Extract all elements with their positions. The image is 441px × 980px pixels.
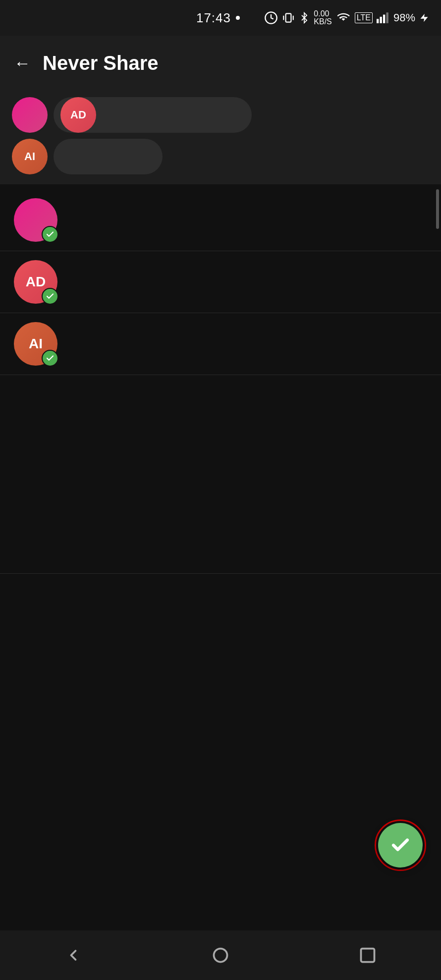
data-icon: 0.00KB/S	[314, 10, 331, 26]
check-badge-ai	[42, 350, 58, 367]
bottom-nav	[0, 930, 441, 980]
lte-icon: LTE	[355, 12, 373, 23]
svg-rect-10	[361, 949, 374, 962]
check-badge-pink	[42, 226, 58, 243]
svg-rect-6	[383, 15, 385, 23]
confirm-fab-button[interactable]	[378, 823, 423, 868]
chip-ai-avatar[interactable]: AI	[12, 139, 48, 174]
chip-bar-pink[interactable]: AD	[54, 97, 252, 133]
svg-rect-7	[386, 12, 388, 23]
chip-ad-inner: AD	[60, 97, 96, 133]
svg-rect-1	[286, 13, 291, 22]
svg-marker-8	[421, 14, 428, 22]
status-time: 17:43	[196, 10, 231, 26]
avatar-container-ai: AI	[14, 322, 57, 366]
battery-level: 98%	[393, 11, 415, 24]
signal-icon	[377, 11, 389, 25]
back-nav-icon	[64, 946, 82, 964]
status-dot	[236, 16, 240, 20]
chip-bar-ai[interactable]	[54, 139, 163, 174]
status-bar: 17:43 0.00KB/S LTE	[0, 0, 441, 36]
main-content: AD AI	[0, 90, 441, 930]
search-area: AD AI	[0, 90, 441, 184]
contact-list: AD AI	[0, 184, 441, 589]
charging-icon	[419, 11, 429, 25]
clock-icon	[264, 11, 278, 25]
vibrate-icon	[282, 11, 295, 24]
contact-item-ai[interactable]: AI	[0, 313, 441, 375]
chip-row-1: AD	[12, 97, 429, 133]
svg-rect-5	[380, 17, 382, 23]
back-button[interactable]: ←	[14, 54, 31, 73]
avatar-container-pink	[14, 198, 57, 242]
avatar-container-ad: AD	[14, 260, 57, 304]
app-bar: ← Never Share	[0, 36, 441, 90]
wifi-icon	[336, 11, 351, 25]
page-title: Never Share	[43, 52, 158, 74]
check-badge-ad	[42, 288, 58, 305]
chip-row-2: AI	[12, 139, 429, 174]
status-icons: 0.00KB/S LTE 98%	[264, 10, 429, 26]
nav-home-button[interactable]	[207, 941, 234, 969]
svg-point-9	[214, 949, 227, 962]
fab-container	[375, 819, 426, 871]
recents-nav-icon	[359, 946, 377, 964]
bluetooth-icon	[299, 11, 310, 25]
nav-recents-button[interactable]	[354, 941, 382, 969]
contact-item-pink[interactable]	[0, 189, 441, 251]
svg-rect-4	[377, 19, 379, 23]
fab-border	[375, 819, 426, 871]
nav-back-button[interactable]	[59, 941, 87, 969]
section-separator	[0, 573, 441, 574]
chip-pink-avatar[interactable]	[12, 97, 48, 133]
check-icon	[390, 835, 411, 856]
home-nav-icon	[212, 946, 229, 964]
contact-item-ad[interactable]: AD	[0, 251, 441, 313]
